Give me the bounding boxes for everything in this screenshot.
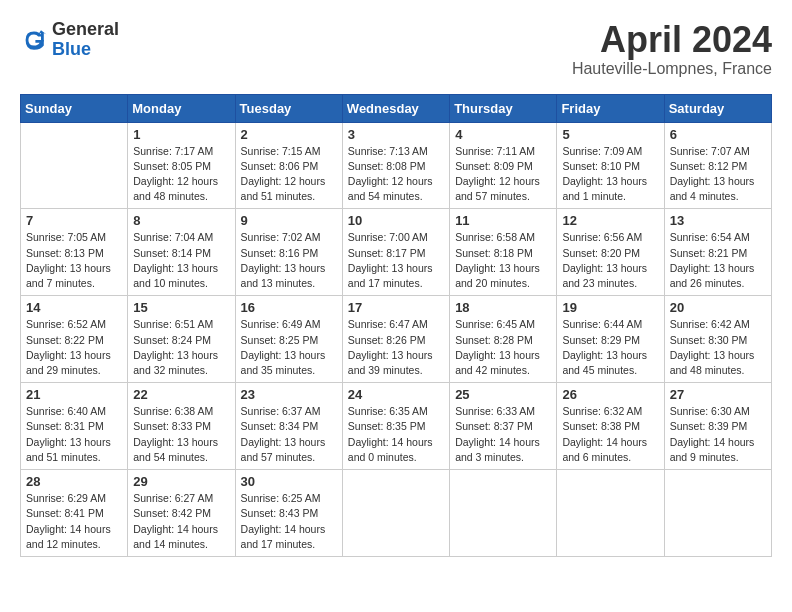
day-info: Sunrise: 7:07 AM Sunset: 8:12 PM Dayligh… (670, 144, 766, 205)
calendar-week-row: 1Sunrise: 7:17 AM Sunset: 8:05 PM Daylig… (21, 122, 772, 209)
day-info: Sunrise: 6:25 AM Sunset: 8:43 PM Dayligh… (241, 491, 337, 552)
day-info: Sunrise: 6:58 AM Sunset: 8:18 PM Dayligh… (455, 230, 551, 291)
day-number: 21 (26, 387, 122, 402)
day-info: Sunrise: 7:15 AM Sunset: 8:06 PM Dayligh… (241, 144, 337, 205)
col-friday: Friday (557, 94, 664, 122)
table-row: 27Sunrise: 6:30 AM Sunset: 8:39 PM Dayli… (664, 383, 771, 470)
day-info: Sunrise: 7:02 AM Sunset: 8:16 PM Dayligh… (241, 230, 337, 291)
day-info: Sunrise: 6:54 AM Sunset: 8:21 PM Dayligh… (670, 230, 766, 291)
table-row: 6Sunrise: 7:07 AM Sunset: 8:12 PM Daylig… (664, 122, 771, 209)
day-info: Sunrise: 6:32 AM Sunset: 8:38 PM Dayligh… (562, 404, 658, 465)
col-tuesday: Tuesday (235, 94, 342, 122)
day-number: 20 (670, 300, 766, 315)
table-row: 5Sunrise: 7:09 AM Sunset: 8:10 PM Daylig… (557, 122, 664, 209)
table-row: 8Sunrise: 7:04 AM Sunset: 8:14 PM Daylig… (128, 209, 235, 296)
logo-text: General Blue (52, 20, 119, 60)
table-row: 24Sunrise: 6:35 AM Sunset: 8:35 PM Dayli… (342, 383, 449, 470)
table-row: 25Sunrise: 6:33 AM Sunset: 8:37 PM Dayli… (450, 383, 557, 470)
day-info: Sunrise: 7:09 AM Sunset: 8:10 PM Dayligh… (562, 144, 658, 205)
day-info: Sunrise: 6:47 AM Sunset: 8:26 PM Dayligh… (348, 317, 444, 378)
table-row: 26Sunrise: 6:32 AM Sunset: 8:38 PM Dayli… (557, 383, 664, 470)
day-info: Sunrise: 6:35 AM Sunset: 8:35 PM Dayligh… (348, 404, 444, 465)
day-number: 16 (241, 300, 337, 315)
table-row: 9Sunrise: 7:02 AM Sunset: 8:16 PM Daylig… (235, 209, 342, 296)
day-info: Sunrise: 6:56 AM Sunset: 8:20 PM Dayligh… (562, 230, 658, 291)
table-row: 20Sunrise: 6:42 AM Sunset: 8:30 PM Dayli… (664, 296, 771, 383)
day-info: Sunrise: 7:17 AM Sunset: 8:05 PM Dayligh… (133, 144, 229, 205)
day-info: Sunrise: 6:51 AM Sunset: 8:24 PM Dayligh… (133, 317, 229, 378)
table-row (664, 470, 771, 557)
logo-blue: Blue (52, 39, 91, 59)
month-title: April 2024 (572, 20, 772, 60)
day-number: 23 (241, 387, 337, 402)
day-info: Sunrise: 7:13 AM Sunset: 8:08 PM Dayligh… (348, 144, 444, 205)
table-row (557, 470, 664, 557)
day-info: Sunrise: 7:11 AM Sunset: 8:09 PM Dayligh… (455, 144, 551, 205)
table-row (21, 122, 128, 209)
day-number: 8 (133, 213, 229, 228)
day-number: 2 (241, 127, 337, 142)
table-row: 21Sunrise: 6:40 AM Sunset: 8:31 PM Dayli… (21, 383, 128, 470)
calendar: Sunday Monday Tuesday Wednesday Thursday… (20, 94, 772, 557)
table-row: 28Sunrise: 6:29 AM Sunset: 8:41 PM Dayli… (21, 470, 128, 557)
table-row (450, 470, 557, 557)
day-info: Sunrise: 7:05 AM Sunset: 8:13 PM Dayligh… (26, 230, 122, 291)
day-info: Sunrise: 6:27 AM Sunset: 8:42 PM Dayligh… (133, 491, 229, 552)
table-row: 1Sunrise: 7:17 AM Sunset: 8:05 PM Daylig… (128, 122, 235, 209)
table-row: 2Sunrise: 7:15 AM Sunset: 8:06 PM Daylig… (235, 122, 342, 209)
table-row: 15Sunrise: 6:51 AM Sunset: 8:24 PM Dayli… (128, 296, 235, 383)
day-number: 26 (562, 387, 658, 402)
day-number: 25 (455, 387, 551, 402)
day-info: Sunrise: 6:33 AM Sunset: 8:37 PM Dayligh… (455, 404, 551, 465)
day-number: 1 (133, 127, 229, 142)
table-row: 29Sunrise: 6:27 AM Sunset: 8:42 PM Dayli… (128, 470, 235, 557)
day-info: Sunrise: 7:00 AM Sunset: 8:17 PM Dayligh… (348, 230, 444, 291)
day-info: Sunrise: 6:37 AM Sunset: 8:34 PM Dayligh… (241, 404, 337, 465)
col-wednesday: Wednesday (342, 94, 449, 122)
table-row: 17Sunrise: 6:47 AM Sunset: 8:26 PM Dayli… (342, 296, 449, 383)
day-number: 5 (562, 127, 658, 142)
day-number: 17 (348, 300, 444, 315)
table-row: 19Sunrise: 6:44 AM Sunset: 8:29 PM Dayli… (557, 296, 664, 383)
header: General Blue April 2024 Hauteville-Lompn… (20, 20, 772, 78)
day-info: Sunrise: 6:45 AM Sunset: 8:28 PM Dayligh… (455, 317, 551, 378)
day-number: 15 (133, 300, 229, 315)
day-number: 14 (26, 300, 122, 315)
table-row: 7Sunrise: 7:05 AM Sunset: 8:13 PM Daylig… (21, 209, 128, 296)
logo-icon (20, 26, 48, 54)
col-saturday: Saturday (664, 94, 771, 122)
table-row: 30Sunrise: 6:25 AM Sunset: 8:43 PM Dayli… (235, 470, 342, 557)
col-monday: Monday (128, 94, 235, 122)
table-row: 3Sunrise: 7:13 AM Sunset: 8:08 PM Daylig… (342, 122, 449, 209)
day-number: 22 (133, 387, 229, 402)
day-number: 9 (241, 213, 337, 228)
table-row: 14Sunrise: 6:52 AM Sunset: 8:22 PM Dayli… (21, 296, 128, 383)
day-number: 24 (348, 387, 444, 402)
logo: General Blue (20, 20, 119, 60)
table-row: 13Sunrise: 6:54 AM Sunset: 8:21 PM Dayli… (664, 209, 771, 296)
day-number: 10 (348, 213, 444, 228)
table-row: 12Sunrise: 6:56 AM Sunset: 8:20 PM Dayli… (557, 209, 664, 296)
table-row: 11Sunrise: 6:58 AM Sunset: 8:18 PM Dayli… (450, 209, 557, 296)
day-number: 29 (133, 474, 229, 489)
calendar-week-row: 14Sunrise: 6:52 AM Sunset: 8:22 PM Dayli… (21, 296, 772, 383)
day-number: 19 (562, 300, 658, 315)
day-number: 12 (562, 213, 658, 228)
table-row: 16Sunrise: 6:49 AM Sunset: 8:25 PM Dayli… (235, 296, 342, 383)
logo-general: General (52, 19, 119, 39)
day-info: Sunrise: 6:29 AM Sunset: 8:41 PM Dayligh… (26, 491, 122, 552)
day-number: 11 (455, 213, 551, 228)
calendar-week-row: 21Sunrise: 6:40 AM Sunset: 8:31 PM Dayli… (21, 383, 772, 470)
col-thursday: Thursday (450, 94, 557, 122)
day-info: Sunrise: 6:40 AM Sunset: 8:31 PM Dayligh… (26, 404, 122, 465)
day-number: 3 (348, 127, 444, 142)
day-number: 28 (26, 474, 122, 489)
table-row (342, 470, 449, 557)
title-area: April 2024 Hauteville-Lompnes, France (572, 20, 772, 78)
day-info: Sunrise: 6:52 AM Sunset: 8:22 PM Dayligh… (26, 317, 122, 378)
table-row: 4Sunrise: 7:11 AM Sunset: 8:09 PM Daylig… (450, 122, 557, 209)
table-row: 10Sunrise: 7:00 AM Sunset: 8:17 PM Dayli… (342, 209, 449, 296)
table-row: 18Sunrise: 6:45 AM Sunset: 8:28 PM Dayli… (450, 296, 557, 383)
day-info: Sunrise: 6:44 AM Sunset: 8:29 PM Dayligh… (562, 317, 658, 378)
day-number: 6 (670, 127, 766, 142)
